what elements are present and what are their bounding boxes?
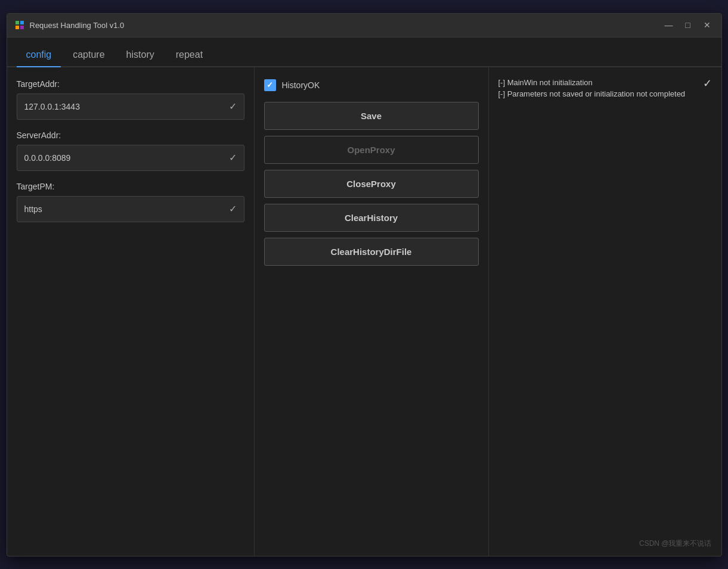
target-pm-label: TargetPM: [17, 182, 244, 191]
window-title: Request Handling Tool v1.0 [30, 21, 662, 30]
target-addr-input[interactable] [24, 94, 224, 119]
status-text: [-] MainWin not initialization [-] Param… [498, 77, 694, 100]
tab-history[interactable]: history [117, 43, 164, 67]
target-pm-input-row: ✓ [17, 196, 244, 222]
save-button[interactable]: Save [264, 102, 479, 130]
clear-history-dir-file-button[interactable]: ClearHistoryDirFile [264, 238, 479, 266]
tab-config[interactable]: config [17, 43, 61, 67]
history-ok-checkbox[interactable]: ✓ [264, 79, 276, 91]
left-panel: TargetAddr: ✓ ServerAddr: ✓ TargetPM: ✓ [7, 67, 255, 556]
tab-bar: config capture history repeat [7, 38, 721, 67]
server-addr-input-row: ✓ [17, 145, 244, 171]
server-addr-label: ServerAddr: [17, 130, 244, 140]
right-panel: [-] MainWin not initialization [-] Param… [489, 67, 721, 556]
history-ok-label: HistoryOK [282, 80, 320, 90]
target-addr-label: TargetAddr: [17, 79, 244, 89]
status-line-2: [-] Parameters not saved or initializati… [498, 88, 694, 100]
close-proxy-button[interactable]: CloseProxy [264, 170, 479, 198]
svg-rect-2 [16, 26, 19, 29]
tab-capture[interactable]: capture [63, 43, 114, 67]
checkbox-check-icon: ✓ [267, 80, 273, 89]
maximize-button[interactable]: □ [681, 18, 695, 32]
watermark: CSDN @我重来不说话 [639, 539, 712, 549]
target-pm-check-icon: ✓ [229, 203, 237, 214]
target-addr-check-icon: ✓ [229, 101, 237, 112]
close-button[interactable]: ✕ [700, 18, 714, 32]
svg-rect-0 [16, 21, 19, 24]
history-ok-row: ✓ HistoryOK [264, 79, 479, 91]
server-addr-input[interactable] [24, 145, 224, 170]
svg-rect-3 [20, 26, 24, 29]
open-proxy-button[interactable]: OpenProxy [264, 136, 479, 164]
status-line-1: [-] MainWin not initialization [498, 77, 694, 89]
tab-repeat[interactable]: repeat [166, 43, 212, 67]
server-addr-check-icon: ✓ [229, 152, 237, 163]
middle-panel: ✓ HistoryOK Save OpenProxy CloseProxy Cl… [255, 67, 489, 556]
main-window: Request Handling Tool v1.0 — □ ✕ config … [7, 13, 722, 556]
status-check-icon: ✓ [703, 77, 712, 90]
clear-history-button[interactable]: ClearHistory [264, 204, 479, 232]
minimize-button[interactable]: — [662, 18, 676, 32]
target-pm-input[interactable] [24, 197, 224, 222]
titlebar: Request Handling Tool v1.0 — □ ✕ [7, 14, 721, 38]
app-icon [14, 20, 25, 30]
svg-rect-1 [20, 21, 24, 24]
window-controls: — □ ✕ [662, 18, 714, 32]
target-addr-input-row: ✓ [17, 94, 244, 120]
content-area: TargetAddr: ✓ ServerAddr: ✓ TargetPM: ✓ [7, 67, 721, 556]
